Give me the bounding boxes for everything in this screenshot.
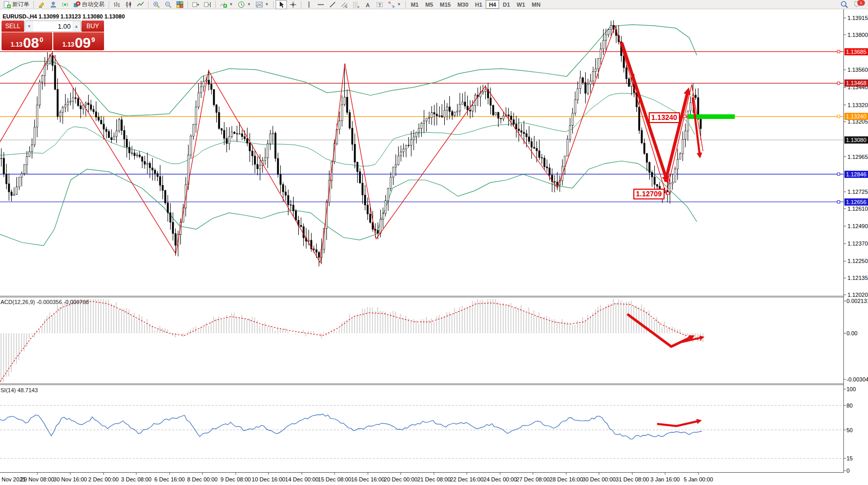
candle-body — [26, 157, 28, 165]
timeframe-button-h4[interactable]: H4 — [486, 0, 499, 9]
level-marker[interactable] — [837, 200, 840, 203]
sell-button[interactable]: SELL — [2, 21, 24, 32]
timeframe-button-w1[interactable]: W1 — [513, 0, 528, 9]
new-order-button-label: 新订单 — [12, 1, 29, 8]
annotation-arrow-head[interactable] — [684, 87, 691, 95]
zoom-in-button[interactable] — [151, 0, 162, 9]
candle-body — [295, 211, 297, 220]
sell-price-pip: 0 — [39, 36, 43, 44]
timeframe-button-m1[interactable]: M1 — [408, 0, 422, 9]
highlighter-button[interactable] — [36, 0, 47, 9]
annotation-arrow-shaft[interactable] — [658, 421, 697, 426]
annotation-arrow-shaft[interactable] — [666, 94, 687, 180]
level-marker[interactable] — [837, 82, 840, 85]
chat-button[interactable]: 1 — [854, 1, 864, 9]
new-order-button[interactable]: 新订单 — [1, 0, 31, 9]
vertical-line-button[interactable] — [303, 0, 315, 9]
candle-body — [313, 249, 315, 250]
timeframe-button-m5[interactable]: M5 — [422, 0, 436, 9]
zoom-out-button[interactable] — [162, 0, 174, 9]
candle-body — [451, 112, 453, 116]
search-button[interactable] — [838, 0, 851, 9]
timeframe-button-mn[interactable]: MN — [529, 0, 544, 9]
signals-button[interactable] — [59, 0, 71, 9]
candle-body — [1, 158, 2, 159]
candlestick-chart-button[interactable] — [123, 0, 134, 9]
bollinger-bands — [0, 25, 697, 246]
candle-body — [421, 124, 422, 129]
buy-price[interactable]: 1.13 09 9 — [53, 32, 104, 50]
candle-body — [162, 186, 163, 191]
periods-button[interactable]: ▼ — [236, 0, 253, 9]
buy-button[interactable]: BUY — [81, 21, 104, 32]
bar-chart-button[interactable] — [111, 0, 122, 9]
candle-body — [515, 124, 517, 129]
candle-body — [62, 107, 64, 112]
timeframe-button-m30[interactable]: M30 — [454, 0, 471, 9]
candle-body — [679, 154, 681, 159]
candle-body — [111, 137, 112, 139]
price-annotation-1-13240[interactable]: 1.13240 — [649, 112, 680, 123]
sell-price[interactable]: 1.13 08 0 — [2, 32, 52, 50]
arrows-button[interactable]: ▼ — [386, 0, 403, 9]
candle-body — [144, 161, 146, 165]
equidistant-channel-button[interactable]: E — [339, 0, 350, 9]
crosshair-button[interactable] — [287, 0, 299, 9]
candle-body — [536, 148, 538, 151]
candle-body — [139, 155, 140, 157]
candle-body — [649, 163, 650, 173]
line-chart-button[interactable] — [135, 0, 146, 9]
indicators-button[interactable]: ▼ — [218, 0, 235, 9]
tiles-icon — [176, 1, 183, 8]
timeframe-button-m15[interactable]: M15 — [437, 0, 453, 9]
candle-body — [95, 112, 97, 117]
horizontal-line-button[interactable] — [315, 0, 326, 9]
volume-input[interactable] — [33, 21, 72, 31]
candle-body — [229, 136, 230, 144]
channel-icon: E — [341, 1, 348, 8]
candle-body — [408, 145, 409, 146]
templates-button[interactable]: ▼ — [254, 0, 271, 9]
level-marker[interactable] — [837, 50, 840, 53]
candle-body — [549, 168, 550, 175]
candle-body — [441, 116, 443, 117]
chart-shift-button[interactable] — [202, 0, 213, 9]
candle-body — [457, 111, 458, 112]
candle-body — [52, 55, 53, 65]
buy-price-pip: 9 — [91, 36, 95, 44]
candle-body — [600, 49, 602, 58]
chevron-down-icon: ▼ — [265, 2, 269, 7]
fibonacci-button[interactable]: F — [350, 0, 362, 9]
price-annotation-1-12709[interactable]: 1.12709 — [633, 189, 665, 199]
trendline-button[interactable] — [327, 0, 338, 9]
level-marker[interactable] — [837, 115, 840, 118]
annotation-arrow-head[interactable] — [697, 152, 702, 158]
cursor-button[interactable] — [276, 0, 287, 9]
candle-body — [157, 173, 158, 176]
annotation-arrow-shaft[interactable] — [628, 315, 690, 347]
annotation-arrow-head[interactable] — [696, 419, 702, 424]
candle-body — [482, 91, 484, 93]
tile-windows-button[interactable] — [174, 0, 185, 9]
timeframe-button-h1[interactable]: H1 — [472, 0, 485, 9]
candle-body — [152, 168, 153, 170]
candle-body — [300, 226, 302, 227]
candle-body — [405, 145, 407, 149]
support-chat-button[interactable] — [48, 0, 59, 9]
level-marker[interactable] — [837, 173, 840, 175]
text-button[interactable]: A — [362, 0, 374, 9]
candle-body — [303, 227, 304, 238]
candle-body — [236, 133, 238, 134]
volume-increase-button[interactable]: ▲ — [72, 21, 80, 31]
candle-body — [244, 136, 245, 138]
candle-body — [556, 182, 558, 185]
auto-scroll-button[interactable] — [190, 0, 201, 9]
text-label-button[interactable]: T — [374, 0, 385, 9]
volume-decrease-button[interactable]: ▼ — [25, 21, 33, 31]
candle-body — [24, 165, 25, 174]
auto-trading-button[interactable]: 自动交易 — [71, 0, 107, 9]
buy-price-prefix: 1.13 — [63, 41, 74, 48]
candle-body — [682, 139, 684, 154]
annotation-arrow-shaft[interactable] — [622, 44, 666, 176]
timeframe-button-d1[interactable]: D1 — [500, 0, 513, 9]
